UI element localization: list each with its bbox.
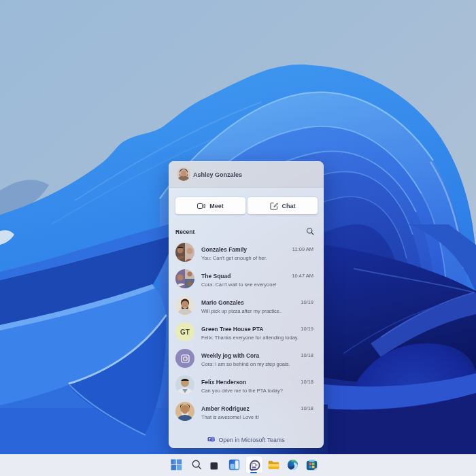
- svg-text:T: T: [209, 437, 211, 441]
